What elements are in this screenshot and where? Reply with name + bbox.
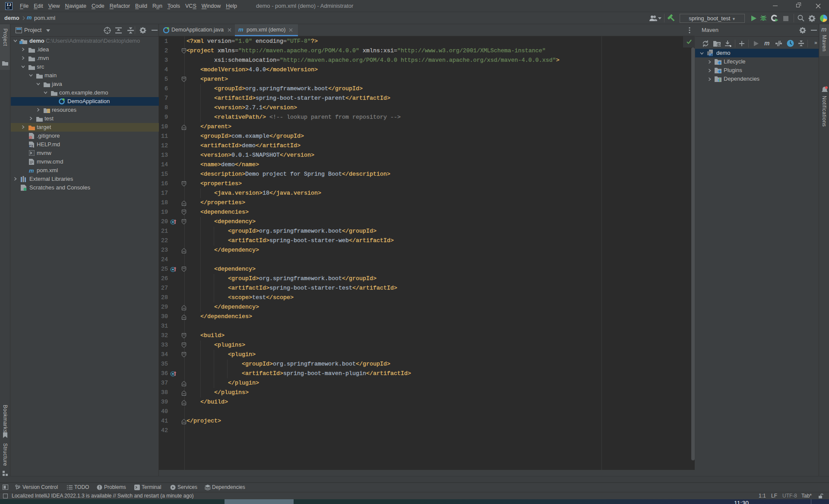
svg-text:MD: MD [29,145,33,148]
svg-text:m: m [709,52,713,57]
